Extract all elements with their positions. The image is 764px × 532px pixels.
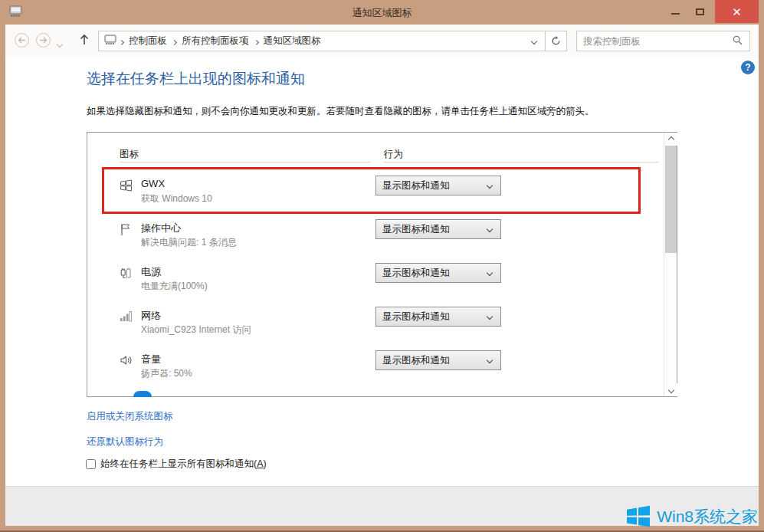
item-name: 操作中心	[141, 222, 181, 235]
power-plug-icon	[120, 267, 132, 282]
behavior-dropdown[interactable]: 显示图标和通知	[375, 263, 501, 283]
control-panel-monitor-icon	[104, 34, 117, 48]
behavior-dropdown[interactable]: 显示图标和通知	[375, 219, 501, 239]
table-row: GWX 获取 Windows 10 显示图标和通知	[87, 173, 662, 217]
forward-button[interactable]	[36, 33, 51, 48]
table-row: 操作中心 解决电脑问题: 1 条消息 显示图标和通知	[87, 217, 662, 261]
scrollbar[interactable]	[664, 133, 677, 396]
window: 通知区域图标 ✕	[0, 0, 764, 532]
chevron-down-icon	[487, 182, 493, 189]
checkbox-label: 始终在任务栏上显示所有图标和通知(A)	[100, 458, 267, 471]
dropdown-value: 显示图标和通知	[382, 267, 450, 280]
item-subtitle: Xiaomi_C923 Internet 访问	[141, 323, 251, 337]
partially-visible-item-icon	[133, 391, 152, 397]
recent-locations-chevron-icon[interactable]	[57, 38, 62, 49]
icons-list-panel: 图标 行为 GWX 获取 Windows 10 显示图标和通知	[87, 132, 677, 397]
dropdown-value: 显示图标和通知	[382, 223, 450, 236]
windows-logo-icon	[625, 504, 651, 529]
page-title: 选择在任务栏上出现的图标和通知	[87, 69, 305, 89]
link-restore-default-icon-behaviors[interactable]: 还原默认图标行为	[87, 435, 163, 448]
scroll-up-arrow-icon[interactable]	[664, 133, 677, 146]
chevron-down-icon	[487, 270, 493, 276]
chevron-down-icon	[487, 357, 493, 363]
minimize-button[interactable]	[664, 0, 687, 23]
scrollbar-thumb[interactable]	[665, 146, 677, 253]
table-row: 网络 Xiaomi_C923 Internet 访问 显示图标和通知	[87, 304, 662, 348]
breadcrumb-separator-icon	[120, 36, 123, 47]
behavior-dropdown[interactable]: 显示图标和通知	[375, 350, 501, 370]
close-icon: ✕	[732, 6, 742, 18]
item-name: 音量	[141, 353, 161, 366]
item-subtitle: 电量充满(100%)	[141, 280, 208, 293]
refresh-button[interactable]	[545, 31, 566, 51]
breadcrumb-separator-icon	[254, 36, 258, 47]
always-show-icons-checkbox[interactable]	[86, 459, 96, 469]
close-button[interactable]: ✕	[715, 0, 759, 23]
dropdown-value: 显示图标和通知	[382, 179, 450, 192]
search-input[interactable]	[577, 36, 733, 47]
chevron-down-icon	[487, 226, 493, 232]
item-name: 网络	[141, 309, 161, 323]
help-icon[interactable]: ?	[741, 61, 755, 74]
page-description: 如果选择隐藏图标和通知，则不会向你通知更改和更新。若要随时查看隐藏的图标，请单击…	[87, 105, 595, 118]
item-subtitle: 解决电脑问题: 1 条消息	[141, 236, 237, 249]
always-show-icons-row: 始终在任务栏上显示所有图标和通知(A)	[86, 458, 267, 471]
behavior-dropdown[interactable]: 显示图标和通知	[375, 307, 501, 327]
title-bar: 通知区域图标 ✕	[0, 0, 764, 25]
link-turn-system-icons-on-off[interactable]: 启用或关闭系统图标	[87, 410, 173, 423]
back-button[interactable]	[15, 33, 29, 48]
column-underline	[384, 162, 658, 163]
search-icon[interactable]	[733, 35, 743, 48]
window-body: 控制面板 所有控制面板项 通知区域图标 ?	[5, 25, 759, 526]
navigation-bar: 控制面板 所有控制面板项 通知区域图标	[5, 25, 759, 57]
column-underline	[120, 162, 371, 163]
minimize-icon	[671, 13, 680, 15]
table-row: 音量 扬声器: 50% 显示图标和通知	[87, 348, 662, 392]
scroll-down-arrow-icon[interactable]	[664, 383, 677, 396]
window-title: 通知区域图标	[0, 6, 764, 20]
chevron-down-icon	[487, 314, 493, 320]
windows-logo-icon	[120, 179, 133, 194]
breadcrumb-all-items[interactable]: 所有控制面板项	[179, 34, 252, 48]
column-header-behaviors: 行为	[384, 148, 403, 161]
behavior-dropdown[interactable]: 显示图标和通知	[375, 176, 501, 195]
address-bar[interactable]: 控制面板 所有控制面板项 通知区域图标	[98, 31, 567, 51]
item-name: 电源	[141, 265, 161, 279]
breadcrumb-notification-area-icons[interactable]: 通知区域图标	[261, 34, 324, 48]
watermark-text: Win8系统之家	[657, 506, 758, 527]
item-subtitle: 扬声器: 50%	[141, 367, 192, 380]
dropdown-value: 显示图标和通知	[382, 310, 450, 323]
up-one-level-button[interactable]	[79, 34, 90, 48]
speaker-icon	[120, 354, 133, 369]
column-header-icons: 图标	[120, 148, 139, 161]
watermark: Win8系统之家	[625, 504, 758, 529]
breadcrumb-separator-icon	[172, 36, 176, 47]
flag-icon	[120, 223, 132, 238]
search-box	[576, 31, 750, 51]
maximize-icon	[696, 8, 704, 15]
address-dropdown-chevron-icon[interactable]	[523, 31, 545, 51]
network-bars-icon	[120, 310, 133, 324]
breadcrumb-control-panel[interactable]: 控制面板	[126, 34, 170, 48]
item-name: GWX	[141, 178, 165, 189]
table-row: 电源 电量充满(100%) 显示图标和通知	[87, 261, 662, 304]
dropdown-value: 显示图标和通知	[382, 354, 450, 367]
item-subtitle: 获取 Windows 10	[141, 192, 212, 205]
maximize-button[interactable]	[688, 0, 711, 23]
